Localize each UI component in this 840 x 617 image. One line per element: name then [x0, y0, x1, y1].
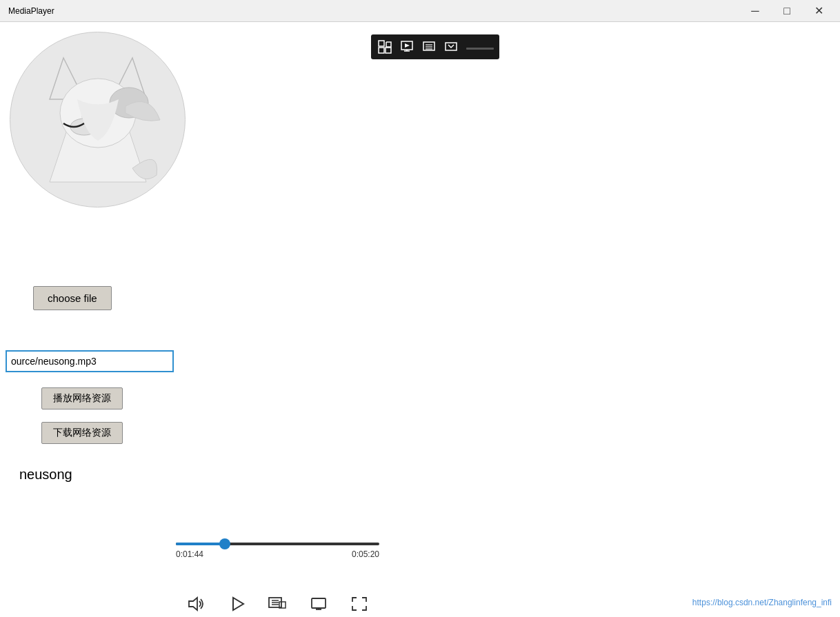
toolbar-icon-2[interactable] — [399, 39, 415, 55]
svg-marker-15 — [405, 43, 410, 48]
choose-file-button[interactable]: choose file — [33, 286, 112, 310]
watermark: https://blog.csdn.net/Zhanglinfeng_infi — [692, 598, 832, 607]
minimize-button[interactable]: ─ — [739, 0, 771, 22]
playlist-icon[interactable] — [268, 596, 286, 616]
toolbar-sub-label — [466, 45, 494, 50]
playback-controls — [176, 596, 379, 616]
screen-icon[interactable] — [310, 596, 327, 616]
toolbar-icon-1[interactable] — [377, 39, 393, 55]
current-time: 0:01:44 — [176, 549, 203, 559]
fullscreen-icon[interactable] — [351, 596, 368, 616]
song-title: neusong — [19, 467, 72, 483]
album-art-svg — [22, 44, 174, 196]
progress-times: 0:01:44 0:05:20 — [176, 549, 379, 559]
svg-rect-20 — [446, 43, 457, 50]
svg-rect-10 — [379, 48, 384, 53]
file-path-input[interactable] — [6, 350, 174, 372]
progress-track[interactable] — [176, 543, 379, 545]
download-network-button[interactable]: 下载网络资源 — [41, 422, 123, 444]
toolbar-icon-3[interactable] — [421, 39, 437, 55]
total-time: 0:05:20 — [352, 549, 379, 559]
title-bar: MediaPlayer ─ □ ✕ — [0, 0, 840, 22]
svg-rect-11 — [386, 48, 391, 53]
play-button[interactable] — [230, 596, 245, 616]
svg-marker-21 — [189, 598, 197, 610]
close-button[interactable]: ✕ — [803, 0, 834, 22]
progress-fill — [176, 543, 225, 545]
album-art — [10, 32, 186, 208]
main-content: choose file 播放网络资源 下载网络资源 neusong 0:01:4… — [0, 22, 840, 617]
svg-rect-9 — [379, 41, 384, 46]
toolbar-icon-4[interactable] — [443, 39, 459, 55]
window-controls: ─ □ ✕ — [739, 0, 834, 22]
progress-thumb[interactable] — [219, 538, 230, 549]
maximize-button[interactable]: □ — [771, 0, 803, 22]
progress-area: 0:01:44 0:05:20 — [176, 543, 379, 559]
svg-marker-22 — [233, 598, 243, 610]
svg-rect-28 — [312, 598, 326, 608]
play-network-button[interactable]: 播放网络资源 — [41, 387, 123, 409]
app-title: MediaPlayer — [8, 6, 54, 16]
media-toolbar — [371, 34, 499, 59]
volume-icon[interactable] — [188, 596, 206, 616]
